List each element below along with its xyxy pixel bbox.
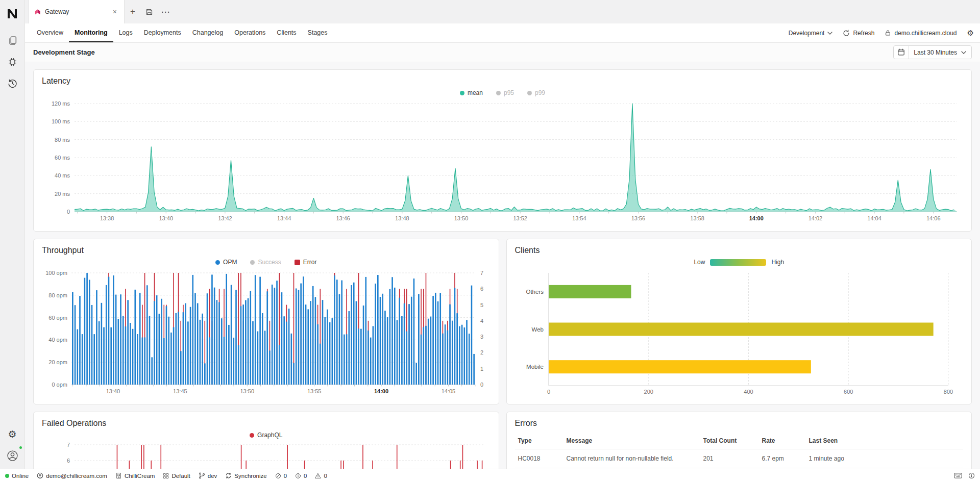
legend-item-graphql[interactable]: GraphQL <box>250 432 282 439</box>
integrations-icon[interactable] <box>3 53 21 71</box>
synchronize-button[interactable]: Synchronize <box>225 472 266 479</box>
svg-text:120 ms: 120 ms <box>52 100 70 107</box>
nav-item-operations[interactable]: Operations <box>229 23 271 42</box>
stage-title: Development Stage <box>33 48 95 56</box>
throughput-legend: OPM Success Error <box>42 257 491 268</box>
svg-text:13:40: 13:40 <box>159 215 173 221</box>
keyboard-shortcuts-button[interactable] <box>954 473 962 478</box>
info-counter[interactable]: 0 <box>295 473 307 479</box>
refresh-icon <box>843 30 850 37</box>
svg-text:13:50: 13:50 <box>454 215 469 221</box>
nav-item-clients[interactable]: Clients <box>271 23 302 42</box>
svg-text:40 opm: 40 opm <box>48 337 67 343</box>
workspace-grid-icon <box>163 473 169 479</box>
svg-text:13:54: 13:54 <box>572 215 586 221</box>
latency-chart: 020 ms40 ms60 ms80 ms100 ms120 ms13:3813… <box>42 99 963 225</box>
legend-item-error[interactable]: Error <box>295 259 317 266</box>
online-status: Online <box>5 473 29 479</box>
nav-item-changelog[interactable]: Changelog <box>187 23 229 42</box>
nav-item-logs[interactable]: Logs <box>113 23 138 42</box>
svg-text:0: 0 <box>480 382 483 388</box>
branch-menu[interactable]: dev <box>199 472 217 479</box>
left-sidebar: ⚙ <box>0 0 25 469</box>
svg-text:0 opm: 0 opm <box>52 382 67 388</box>
svg-text:Others: Others <box>526 289 544 295</box>
tab-title: Gateway <box>45 8 107 15</box>
svg-text:7: 7 <box>67 442 70 448</box>
failed-operations-chart: 0123456713:4013:4513:5013:5514:0014:05 <box>42 442 491 469</box>
svg-text:14:05: 14:05 <box>442 388 456 394</box>
account-menu[interactable]: demo@chillicream.com <box>37 472 107 479</box>
throughput-panel: Throughput OPM Success <box>33 239 499 404</box>
svg-text:Mobile: Mobile <box>526 364 544 370</box>
svg-text:80 ms: 80 ms <box>55 137 70 143</box>
column-header-rate: Rate <box>759 433 806 449</box>
latency-panel: Latency mean p95 p99 <box>33 69 972 232</box>
navigation-bar: Overview Monitoring Logs Deployments Cha… <box>25 23 980 43</box>
legend-marker <box>250 260 255 265</box>
history-icon[interactable] <box>3 74 21 92</box>
panel-title: Latency <box>42 76 963 86</box>
new-tab-button[interactable]: + <box>125 0 141 23</box>
settings-gear-icon[interactable]: ⚙ <box>967 29 974 37</box>
table-row[interactable]: HC0018Cannot return null for non-nullabl… <box>515 449 964 468</box>
svg-text:60 opm: 60 opm <box>48 315 67 321</box>
legend-item-success[interactable]: Success <box>250 259 281 266</box>
legend-item-p95[interactable]: p95 <box>496 89 514 96</box>
svg-text:40 ms: 40 ms <box>55 172 70 179</box>
svg-text:200: 200 <box>644 389 653 395</box>
svg-text:20 ms: 20 ms <box>55 191 70 197</box>
panel-title: Throughput <box>42 245 491 256</box>
save-document-button[interactable] <box>141 0 157 23</box>
errors-panel: Errors Type Message Total Count Rate Las… <box>506 412 972 469</box>
svg-text:13:42: 13:42 <box>218 215 232 221</box>
warning-counter[interactable]: 0 <box>315 473 327 479</box>
refresh-button[interactable]: Refresh <box>843 30 874 37</box>
documents-icon[interactable] <box>3 31 21 49</box>
legend-marker <box>295 260 300 265</box>
svg-text:20 opm: 20 opm <box>48 359 67 365</box>
connection-host[interactable]: demo.chillicream.cloud <box>885 30 957 37</box>
settings-gear-icon[interactable]: ⚙ <box>3 425 21 443</box>
column-header-message: Message <box>564 433 700 449</box>
building-icon <box>115 472 122 479</box>
clients-legend: Low High <box>515 257 964 268</box>
time-range-dropdown[interactable]: Last 30 Minutes <box>893 45 972 59</box>
calendar-icon <box>894 46 909 59</box>
svg-text:14:00: 14:00 <box>374 388 388 394</box>
app-logo-icon[interactable] <box>3 5 21 23</box>
svg-text:3: 3 <box>480 334 483 340</box>
svg-text:0: 0 <box>67 209 70 215</box>
tab-gateway[interactable]: Gateway × <box>29 0 125 23</box>
environment-dropdown[interactable]: Development <box>789 30 833 37</box>
legend-high-label: High <box>771 259 784 266</box>
chevron-down-icon <box>961 51 966 54</box>
legend-item-p99[interactable]: p99 <box>527 89 545 96</box>
errors-table-body: HC0018Cannot return null for non-nullabl… <box>515 449 964 468</box>
legend-item-opm[interactable]: OPM <box>215 259 237 266</box>
warning-triangle-icon <box>315 473 321 479</box>
more-tabs-button[interactable]: ⋯ <box>157 0 174 23</box>
organization-menu[interactable]: ChilliCream <box>115 472 155 479</box>
nav-item-overview[interactable]: Overview <box>31 23 69 42</box>
nav-item-monitoring[interactable]: Monitoring <box>69 23 113 42</box>
svg-text:2: 2 <box>480 349 483 356</box>
error-counter[interactable]: 0 <box>275 473 287 479</box>
user-avatar[interactable] <box>3 446 21 465</box>
svg-text:13:46: 13:46 <box>336 215 350 221</box>
legend-item-mean[interactable]: mean <box>460 89 483 96</box>
close-tab-icon[interactable]: × <box>111 7 119 16</box>
failed-operations-panel: Failed Operations GraphQL 0123456713:401… <box>33 412 499 469</box>
workspace-menu[interactable]: Default <box>163 473 190 479</box>
monitoring-content: Latency mean p95 p99 <box>25 62 980 469</box>
column-header-last-seen: Last Seen <box>806 433 964 449</box>
nav-item-stages[interactable]: Stages <box>302 23 333 42</box>
column-header-total-count: Total Count <box>700 433 759 449</box>
svg-text:13:52: 13:52 <box>513 215 527 221</box>
circle-slash-icon <box>275 473 281 479</box>
nav-item-deployments[interactable]: Deployments <box>138 23 187 42</box>
online-presence-dot <box>18 445 23 450</box>
legend-marker <box>460 91 464 95</box>
help-button[interactable] <box>968 472 975 479</box>
svg-text:13:48: 13:48 <box>395 215 409 221</box>
